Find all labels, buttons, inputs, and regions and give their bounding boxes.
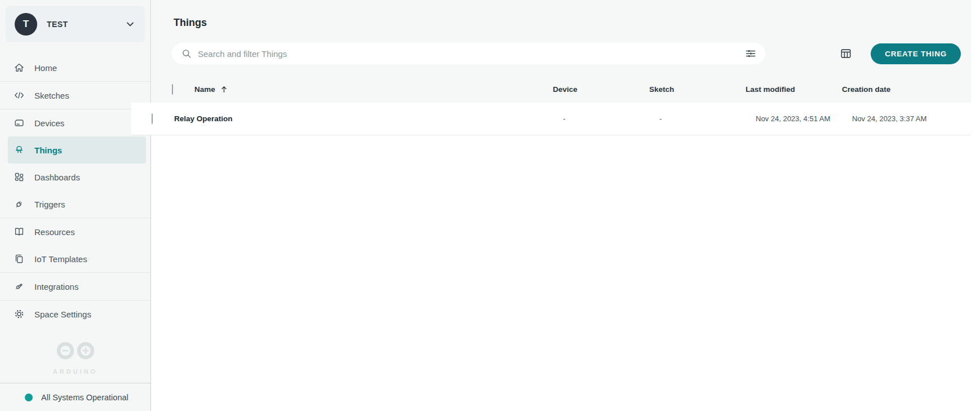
sidebar-item-iot-templates[interactable]: IoT Templates xyxy=(0,245,150,272)
space-settings-icon xyxy=(14,308,25,320)
sidebar-nav: Home Sketches Devices Things D xyxy=(0,54,150,328)
thing-creation-date: Nov 24, 2023, 3:37 AM xyxy=(852,114,971,123)
search-icon xyxy=(181,48,192,61)
status-text: All Systems Operational xyxy=(41,393,128,402)
row-checkbox[interactable] xyxy=(152,113,153,124)
main-content: Things CREATE THING xyxy=(152,0,980,411)
sidebar-item-resources[interactable]: Resources xyxy=(0,218,150,245)
sidebar-item-dashboards[interactable]: Dashboards xyxy=(0,163,150,191)
column-header-name[interactable]: Name xyxy=(194,85,553,94)
system-status[interactable]: All Systems Operational xyxy=(0,383,150,411)
search-box xyxy=(172,43,765,64)
devices-icon xyxy=(14,117,25,129)
arduino-logo xyxy=(48,357,103,366)
sidebar-item-things[interactable]: Things xyxy=(8,136,146,163)
sidebar-item-label: Triggers xyxy=(34,200,65,209)
sidebar-item-space-settings[interactable]: Space Settings xyxy=(0,300,150,328)
column-header-creation-date[interactable]: Creation date xyxy=(842,85,961,94)
status-dot-icon xyxy=(25,394,33,401)
sidebar-footer: ARDUINO xyxy=(0,341,150,383)
sidebar: T TEST Home Sketches Devices xyxy=(0,0,151,411)
filter-sliders-icon[interactable] xyxy=(745,48,756,61)
workspace-name: TEST xyxy=(47,20,68,29)
integrations-icon xyxy=(14,281,25,292)
table-row[interactable]: Relay Operation - - Nov 24, 2023, 4:51 A… xyxy=(131,103,980,135)
sidebar-item-label: Things xyxy=(34,145,62,155)
sidebar-item-label: Home xyxy=(34,63,57,73)
table-header-row: Name Device Sketch Last modified Creatio… xyxy=(172,76,961,103)
things-header: Things CREATE THING xyxy=(152,0,971,103)
scrollbar-track[interactable] xyxy=(971,0,980,411)
column-header-sketch[interactable]: Sketch xyxy=(649,85,746,94)
thing-device: - xyxy=(563,114,659,123)
chevron-down-icon xyxy=(125,19,136,30)
sidebar-item-label: Dashboards xyxy=(34,173,80,182)
arduino-logo-text: ARDUINO xyxy=(0,368,150,375)
sidebar-item-label: Devices xyxy=(34,118,64,128)
sidebar-item-sketches[interactable]: Sketches xyxy=(0,82,150,109)
sidebar-item-label: Sketches xyxy=(34,91,69,100)
thing-sketch: - xyxy=(659,114,756,123)
sidebar-item-label: Integrations xyxy=(34,282,78,291)
sidebar-item-home[interactable]: Home xyxy=(0,54,150,81)
sidebar-item-triggers[interactable]: Triggers xyxy=(0,191,150,218)
avatar: T xyxy=(15,13,37,36)
column-header-device[interactable]: Device xyxy=(553,85,649,94)
workspace-switcher[interactable]: T TEST xyxy=(6,6,145,42)
thing-name[interactable]: Relay Operation xyxy=(174,114,563,123)
column-label: Name xyxy=(194,85,215,94)
thing-last-modified: Nov 24, 2023, 4:51 AM xyxy=(756,114,852,123)
iot-templates-icon xyxy=(14,253,25,264)
search-input[interactable] xyxy=(172,43,765,64)
toolbar: CREATE THING xyxy=(172,43,961,64)
resources-icon xyxy=(14,226,25,237)
home-icon xyxy=(14,62,25,73)
sidebar-item-label: Space Settings xyxy=(34,310,91,319)
column-header-last-modified[interactable]: Last modified xyxy=(746,85,842,94)
sidebar-item-integrations[interactable]: Integrations xyxy=(0,273,150,300)
sidebar-item-label: IoT Templates xyxy=(34,254,87,264)
dashboards-icon xyxy=(14,171,25,183)
columns-icon[interactable] xyxy=(840,47,852,60)
things-icon xyxy=(14,144,25,156)
sketches-icon xyxy=(14,90,25,101)
select-all-checkbox[interactable] xyxy=(172,84,173,95)
sidebar-item-devices[interactable]: Devices xyxy=(0,109,150,136)
sidebar-item-label: Resources xyxy=(34,227,75,237)
sort-ascending-icon xyxy=(220,85,228,94)
page-title: Things xyxy=(172,0,961,29)
triggers-icon xyxy=(14,198,25,210)
create-thing-button[interactable]: CREATE THING xyxy=(871,43,961,64)
